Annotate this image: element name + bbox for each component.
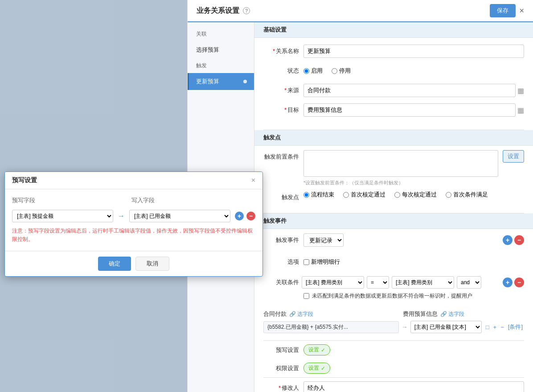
precondition-label: 触发前置条件 [263, 150, 299, 163]
dialog-title-text: 业务关系设置 [197, 6, 239, 16]
presetting-setup-button[interactable]: 设置 ✓ [303, 344, 330, 355]
sidebar-item-gengxinyusuan[interactable]: 更新预算 [188, 73, 254, 90]
mapping-source-header: 合同付款 🔗 选字段 [263, 310, 385, 318]
precondition-input-wrapper: *设置触发前置条件：（仅当满足条件时触发） [303, 150, 498, 186]
modifier-section: 修改人 [254, 378, 533, 392]
new-detail-row-checkbox[interactable]: 新增明细行 [303, 258, 340, 266]
permission-check-icon: ✓ [321, 365, 325, 372]
event-select[interactable]: 更新记录 新增记录 删除记录 [303, 233, 344, 247]
name-label: 关系名称 [263, 45, 299, 58]
precondition-textarea[interactable] [303, 150, 498, 177]
dialog-header: 业务关系设置 ? 保存 × [188, 0, 533, 22]
condition-add-remove: + − [503, 278, 524, 287]
source-row: 来源 ▦ [263, 84, 524, 97]
prefill-columns-header: 预写字段 写入字段 [12, 196, 255, 204]
event-remove-button[interactable]: − [514, 235, 524, 245]
mapping-expr: {b5582.已用金额} + {a5575.实付... [263, 321, 399, 333]
presetting-section: 预写设置 设置 ✓ [254, 341, 533, 359]
permission-setup-button[interactable]: 设置 ✓ [303, 363, 330, 374]
prefill-cancel-button[interactable]: 取消 [135, 257, 169, 271]
options-row: 选项 新增明细行 [263, 258, 524, 266]
prefill-dialog-body: 预写字段 写入字段 [主表] 预提金额 → [主表] 已用金额 + − 注意：预… [5, 189, 262, 251]
trigger-point-header: 触发点 [254, 130, 533, 146]
source-input-wrapper: ▦ [303, 84, 524, 97]
dialog-actions: 保存 × [490, 4, 524, 17]
unmatched-warning-checkbox[interactable] [303, 293, 309, 299]
precondition-setup-button[interactable]: 设置 [503, 150, 524, 163]
prefill-close-button[interactable]: × [251, 176, 255, 184]
prefill-add-remove: + − [235, 212, 255, 220]
name-input[interactable] [303, 45, 524, 58]
prefill-write-field-select[interactable]: [主表] 已用金额 [129, 210, 230, 222]
prefill-dialog-footer: 确定 取消 [5, 251, 262, 276]
presetting-check-icon: ✓ [321, 347, 325, 353]
mapping-target-field-select[interactable]: [主表] 已用金额 [文本] [410, 321, 482, 333]
trigger-each-review[interactable]: 每次核定通过 [394, 191, 437, 199]
save-button[interactable]: 保存 [490, 4, 516, 17]
prefill-remove-button[interactable]: − [246, 212, 255, 220]
trigger-first-review[interactable]: 首次核定通过 [343, 191, 385, 199]
trigger-options-row: 触发点 流程结束 首次核定通过 每次核定通过 [263, 191, 524, 204]
prefill-confirm-button[interactable]: 确定 [98, 257, 131, 271]
condition-connector-select[interactable]: and or [457, 276, 481, 289]
event-add-remove: + − [503, 235, 524, 245]
mapping-header: 合同付款 🔗 选字段 费用预算信息 🔗 选字段 [263, 310, 524, 318]
prefill-add-button[interactable]: + [235, 212, 244, 220]
status-disabled-radio[interactable]: 停用 [332, 64, 351, 78]
mapping-section: 合同付款 🔗 选字段 费用预算信息 🔗 选字段 {b5582.已用金额} + {… [254, 308, 533, 340]
prefill-fields-row: [主表] 预提金额 → [主表] 已用金额 + − [12, 210, 255, 222]
mapping-row: {b5582.已用金额} + {a5575.实付... → [主表] 已用金额 … [263, 321, 524, 333]
status-label: 状态 [263, 64, 299, 78]
unmatched-warning-label: 未匹配到满足条件的数据或更新后数据不符合唯一标识时，提醒用户 [312, 292, 472, 300]
prefill-write-field-col-label: 写入字段 [131, 196, 220, 204]
help-icon[interactable]: ? [243, 7, 250, 14]
permission-section: 权限设置 设置 ✓ [254, 359, 533, 377]
condition-operator-select[interactable]: = [367, 276, 389, 289]
permission-label: 权限设置 [263, 364, 299, 372]
trigger-flow-end[interactable]: 流程结束 [303, 191, 334, 199]
modifier-label: 修改人 [263, 384, 299, 392]
conditions-section: 关联条件 [主表] 费用类别 = [主表] 费用类别 and or [254, 274, 533, 308]
source-select-icon[interactable]: ▦ [517, 86, 524, 95]
mapping-copy-button[interactable]: □ [484, 323, 491, 331]
close-dialog-button[interactable]: × [519, 4, 524, 17]
conditions-label: 关联条件 [263, 278, 299, 286]
options-section: 选项 新增明细行 [254, 256, 533, 274]
condition-remove-button[interactable]: − [514, 278, 524, 287]
source-input[interactable] [303, 84, 516, 97]
mapping-arrow-icon: → [402, 323, 408, 331]
status-enabled-radio[interactable]: 启用 [303, 64, 323, 78]
event-add-button[interactable]: + [503, 235, 512, 245]
status-row: 状态 启用 停用 [263, 64, 524, 78]
mapping-remove-button[interactable]: − [499, 323, 505, 331]
target-input-wrapper: ▦ [303, 103, 524, 117]
trigger-event-header: 触发事件 [254, 213, 533, 229]
status-radio-group: 启用 停用 [303, 64, 351, 78]
sidebar-item-xuanzeyusuan[interactable]: 选择预算 [188, 41, 254, 58]
condition-field1-select[interactable]: [主表] 费用类别 [302, 276, 364, 289]
target-row: 目标 ▦ [263, 103, 524, 117]
unmatched-warning-row: 未匹配到满足条件的数据或更新后数据不符合唯一标识时，提醒用户 [303, 292, 524, 300]
prefill-arrow-icon: → [118, 212, 125, 220]
condition-add-button[interactable]: + [503, 278, 512, 287]
mapping-add-button[interactable]: + [492, 323, 498, 331]
basic-settings-header: 基础设置 [254, 22, 533, 38]
target-select-field-link[interactable]: 🔗 选字段 [440, 310, 464, 318]
prefill-warning-text: 注意：预写字段设置为编辑态后，运行时手工编辑该字段值，操作无效，因预写字段值不受… [12, 227, 255, 244]
modifier-input[interactable] [303, 381, 524, 392]
nav-active-dot [243, 80, 247, 83]
source-select-field-link[interactable]: 🔗 选字段 [289, 310, 313, 318]
prefill-dialog-title: 预写设置 [12, 176, 37, 184]
mapping-condition-button[interactable]: [条件] [507, 323, 524, 331]
source-label: 来源 [263, 84, 299, 97]
nav-section-guanlian: 关联 [188, 27, 254, 41]
prefill-pre-field-select[interactable]: [主表] 预提金额 [12, 210, 113, 222]
trigger-label: 触发点 [263, 191, 299, 204]
trigger-first-condition[interactable]: 首次条件满足 [446, 191, 488, 199]
target-select-icon[interactable]: ▦ [517, 106, 524, 114]
content-area: 基础设置 关系名称 状态 启用 停用 [254, 22, 533, 392]
target-input[interactable] [303, 103, 516, 117]
options-label: 选项 [263, 258, 299, 266]
prefill-dialog-header: 预写设置 × [5, 172, 262, 189]
condition-field2-select[interactable]: [主表] 费用类别 [392, 276, 454, 289]
